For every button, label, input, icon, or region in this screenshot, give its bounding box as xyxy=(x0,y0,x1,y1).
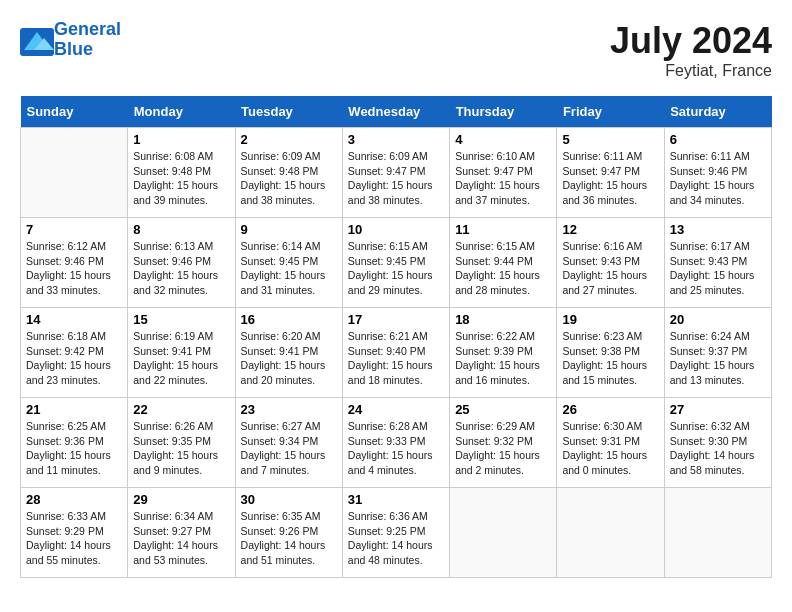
day-info: Sunrise: 6:24 AM Sunset: 9:37 PM Dayligh… xyxy=(670,329,766,388)
day-number: 29 xyxy=(133,492,229,507)
calendar-cell: 25Sunrise: 6:29 AM Sunset: 9:32 PM Dayli… xyxy=(450,398,557,488)
column-header-sunday: Sunday xyxy=(21,96,128,128)
calendar-cell: 4Sunrise: 6:10 AM Sunset: 9:47 PM Daylig… xyxy=(450,128,557,218)
calendar-cell: 3Sunrise: 6:09 AM Sunset: 9:47 PM Daylig… xyxy=(342,128,449,218)
calendar-cell: 13Sunrise: 6:17 AM Sunset: 9:43 PM Dayli… xyxy=(664,218,771,308)
calendar-header-row: SundayMondayTuesdayWednesdayThursdayFrid… xyxy=(21,96,772,128)
day-info: Sunrise: 6:09 AM Sunset: 9:47 PM Dayligh… xyxy=(348,149,444,208)
logo-text-blue: Blue xyxy=(54,40,121,60)
calendar-cell: 21Sunrise: 6:25 AM Sunset: 9:36 PM Dayli… xyxy=(21,398,128,488)
logo-text-general: General xyxy=(54,20,121,40)
calendar-cell: 24Sunrise: 6:28 AM Sunset: 9:33 PM Dayli… xyxy=(342,398,449,488)
calendar-table: SundayMondayTuesdayWednesdayThursdayFrid… xyxy=(20,96,772,578)
day-number: 19 xyxy=(562,312,658,327)
day-number: 23 xyxy=(241,402,337,417)
calendar-cell: 5Sunrise: 6:11 AM Sunset: 9:47 PM Daylig… xyxy=(557,128,664,218)
day-info: Sunrise: 6:18 AM Sunset: 9:42 PM Dayligh… xyxy=(26,329,122,388)
day-number: 9 xyxy=(241,222,337,237)
calendar-cell: 2Sunrise: 6:09 AM Sunset: 9:48 PM Daylig… xyxy=(235,128,342,218)
day-info: Sunrise: 6:14 AM Sunset: 9:45 PM Dayligh… xyxy=(241,239,337,298)
day-info: Sunrise: 6:23 AM Sunset: 9:38 PM Dayligh… xyxy=(562,329,658,388)
calendar-week-1: 1Sunrise: 6:08 AM Sunset: 9:48 PM Daylig… xyxy=(21,128,772,218)
calendar-cell: 7Sunrise: 6:12 AM Sunset: 9:46 PM Daylig… xyxy=(21,218,128,308)
calendar-cell: 15Sunrise: 6:19 AM Sunset: 9:41 PM Dayli… xyxy=(128,308,235,398)
calendar-cell: 9Sunrise: 6:14 AM Sunset: 9:45 PM Daylig… xyxy=(235,218,342,308)
logo-icon xyxy=(20,28,50,52)
day-number: 17 xyxy=(348,312,444,327)
calendar-week-5: 28Sunrise: 6:33 AM Sunset: 9:29 PM Dayli… xyxy=(21,488,772,578)
calendar-cell: 19Sunrise: 6:23 AM Sunset: 9:38 PM Dayli… xyxy=(557,308,664,398)
column-header-tuesday: Tuesday xyxy=(235,96,342,128)
day-number: 4 xyxy=(455,132,551,147)
day-number: 18 xyxy=(455,312,551,327)
calendar-cell xyxy=(21,128,128,218)
day-info: Sunrise: 6:13 AM Sunset: 9:46 PM Dayligh… xyxy=(133,239,229,298)
calendar-cell: 10Sunrise: 6:15 AM Sunset: 9:45 PM Dayli… xyxy=(342,218,449,308)
title-block: July 2024 Feytiat, France xyxy=(610,20,772,80)
column-header-friday: Friday xyxy=(557,96,664,128)
day-info: Sunrise: 6:16 AM Sunset: 9:43 PM Dayligh… xyxy=(562,239,658,298)
calendar-cell: 26Sunrise: 6:30 AM Sunset: 9:31 PM Dayli… xyxy=(557,398,664,488)
calendar-cell: 17Sunrise: 6:21 AM Sunset: 9:40 PM Dayli… xyxy=(342,308,449,398)
day-number: 25 xyxy=(455,402,551,417)
day-info: Sunrise: 6:27 AM Sunset: 9:34 PM Dayligh… xyxy=(241,419,337,478)
calendar-cell: 29Sunrise: 6:34 AM Sunset: 9:27 PM Dayli… xyxy=(128,488,235,578)
day-info: Sunrise: 6:21 AM Sunset: 9:40 PM Dayligh… xyxy=(348,329,444,388)
page-header: General Blue July 2024 Feytiat, France xyxy=(20,20,772,80)
day-number: 28 xyxy=(26,492,122,507)
day-info: Sunrise: 6:34 AM Sunset: 9:27 PM Dayligh… xyxy=(133,509,229,568)
day-info: Sunrise: 6:08 AM Sunset: 9:48 PM Dayligh… xyxy=(133,149,229,208)
day-number: 24 xyxy=(348,402,444,417)
day-number: 16 xyxy=(241,312,337,327)
calendar-cell: 16Sunrise: 6:20 AM Sunset: 9:41 PM Dayli… xyxy=(235,308,342,398)
day-number: 26 xyxy=(562,402,658,417)
calendar-cell xyxy=(557,488,664,578)
calendar-cell: 1Sunrise: 6:08 AM Sunset: 9:48 PM Daylig… xyxy=(128,128,235,218)
column-header-thursday: Thursday xyxy=(450,96,557,128)
calendar-cell: 20Sunrise: 6:24 AM Sunset: 9:37 PM Dayli… xyxy=(664,308,771,398)
day-number: 11 xyxy=(455,222,551,237)
day-info: Sunrise: 6:09 AM Sunset: 9:48 PM Dayligh… xyxy=(241,149,337,208)
day-number: 22 xyxy=(133,402,229,417)
calendar-cell: 31Sunrise: 6:36 AM Sunset: 9:25 PM Dayli… xyxy=(342,488,449,578)
calendar-cell: 27Sunrise: 6:32 AM Sunset: 9:30 PM Dayli… xyxy=(664,398,771,488)
calendar-cell: 23Sunrise: 6:27 AM Sunset: 9:34 PM Dayli… xyxy=(235,398,342,488)
day-info: Sunrise: 6:32 AM Sunset: 9:30 PM Dayligh… xyxy=(670,419,766,478)
day-number: 20 xyxy=(670,312,766,327)
day-number: 5 xyxy=(562,132,658,147)
calendar-week-3: 14Sunrise: 6:18 AM Sunset: 9:42 PM Dayli… xyxy=(21,308,772,398)
day-info: Sunrise: 6:29 AM Sunset: 9:32 PM Dayligh… xyxy=(455,419,551,478)
calendar-cell: 6Sunrise: 6:11 AM Sunset: 9:46 PM Daylig… xyxy=(664,128,771,218)
calendar-week-4: 21Sunrise: 6:25 AM Sunset: 9:36 PM Dayli… xyxy=(21,398,772,488)
day-info: Sunrise: 6:20 AM Sunset: 9:41 PM Dayligh… xyxy=(241,329,337,388)
location-subtitle: Feytiat, France xyxy=(610,62,772,80)
day-info: Sunrise: 6:15 AM Sunset: 9:45 PM Dayligh… xyxy=(348,239,444,298)
day-info: Sunrise: 6:11 AM Sunset: 9:46 PM Dayligh… xyxy=(670,149,766,208)
column-header-saturday: Saturday xyxy=(664,96,771,128)
calendar-cell: 30Sunrise: 6:35 AM Sunset: 9:26 PM Dayli… xyxy=(235,488,342,578)
day-number: 10 xyxy=(348,222,444,237)
day-number: 12 xyxy=(562,222,658,237)
column-header-monday: Monday xyxy=(128,96,235,128)
day-info: Sunrise: 6:30 AM Sunset: 9:31 PM Dayligh… xyxy=(562,419,658,478)
calendar-week-2: 7Sunrise: 6:12 AM Sunset: 9:46 PM Daylig… xyxy=(21,218,772,308)
day-number: 15 xyxy=(133,312,229,327)
day-number: 21 xyxy=(26,402,122,417)
day-number: 31 xyxy=(348,492,444,507)
day-info: Sunrise: 6:22 AM Sunset: 9:39 PM Dayligh… xyxy=(455,329,551,388)
day-info: Sunrise: 6:12 AM Sunset: 9:46 PM Dayligh… xyxy=(26,239,122,298)
calendar-cell: 12Sunrise: 6:16 AM Sunset: 9:43 PM Dayli… xyxy=(557,218,664,308)
calendar-cell: 8Sunrise: 6:13 AM Sunset: 9:46 PM Daylig… xyxy=(128,218,235,308)
day-number: 2 xyxy=(241,132,337,147)
day-info: Sunrise: 6:26 AM Sunset: 9:35 PM Dayligh… xyxy=(133,419,229,478)
day-number: 30 xyxy=(241,492,337,507)
day-info: Sunrise: 6:36 AM Sunset: 9:25 PM Dayligh… xyxy=(348,509,444,568)
logo: General Blue xyxy=(20,20,121,60)
calendar-cell xyxy=(664,488,771,578)
calendar-cell: 18Sunrise: 6:22 AM Sunset: 9:39 PM Dayli… xyxy=(450,308,557,398)
day-info: Sunrise: 6:19 AM Sunset: 9:41 PM Dayligh… xyxy=(133,329,229,388)
column-header-wednesday: Wednesday xyxy=(342,96,449,128)
day-info: Sunrise: 6:33 AM Sunset: 9:29 PM Dayligh… xyxy=(26,509,122,568)
day-number: 6 xyxy=(670,132,766,147)
month-year-title: July 2024 xyxy=(610,20,772,62)
